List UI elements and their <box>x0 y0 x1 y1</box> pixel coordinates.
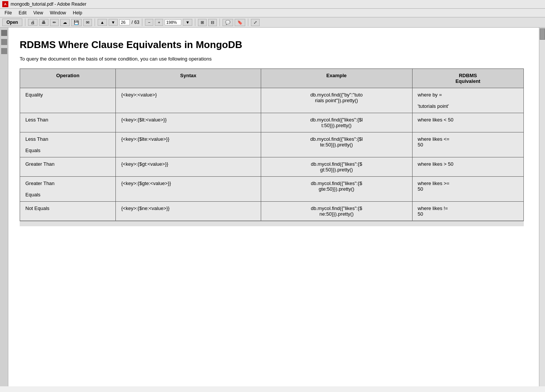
cell-rdbms-0: where by = 'tutorials point' <box>412 88 523 113</box>
sidebar-bookmarks-icon[interactable] <box>1 39 7 45</box>
menu-view[interactable]: View <box>30 9 46 16</box>
page-title: RDBMS Where Clause Equivalents in MongoD… <box>20 39 524 51</box>
fit-width-button[interactable]: ⊟ <box>208 19 217 26</box>
expand-button[interactable]: ⤢ <box>251 19 260 26</box>
cell-example-2: db.mycol.find({"likes":{$l te:50}}).pret… <box>261 132 412 157</box>
sidebar-attachments-icon[interactable] <box>1 48 7 54</box>
cell-operation-2: Less Than Equals <box>20 132 116 157</box>
menu-bar: File Edit View Window Help <box>0 9 545 17</box>
header-example: Example <box>261 69 412 88</box>
cell-operation-1: Less Than <box>20 113 116 132</box>
toolbar-sep-2 <box>95 19 95 26</box>
cell-operation-4: Greater Than Equals <box>20 177 116 202</box>
save-button[interactable]: 💾 <box>71 19 82 26</box>
toolbar-sep-4 <box>195 19 195 26</box>
page-total: 63 <box>134 20 139 25</box>
zoom-out-button[interactable]: − <box>145 19 153 26</box>
cell-example-3: db.mycol.find({"likes":{$ gt:50}}).prett… <box>261 157 412 177</box>
bottom-scrollbar[interactable] <box>20 221 524 226</box>
zoom-dropdown-button[interactable]: ▼ <box>183 19 192 26</box>
cell-operation-3: Greater Than <box>20 157 116 177</box>
zoom-input[interactable] <box>165 19 181 25</box>
title-bar: A mongodb_tutorial.pdf - Adobe Reader <box>0 0 545 9</box>
print-button[interactable]: 🖶 <box>39 19 48 26</box>
header-syntax: Syntax <box>116 69 261 88</box>
stamp-button[interactable]: 🔖 <box>235 19 245 26</box>
cell-rdbms-2: where likes <= 50 <box>412 132 523 157</box>
cell-example-1: db.mycol.find({"likes":{$l t:50}}).prett… <box>261 113 412 132</box>
pdf-content: RDBMS Where Clause Equivalents in MongoD… <box>8 28 539 386</box>
comment-button[interactable]: 💬 <box>223 19 233 26</box>
cell-rdbms-3: where likes > 50 <box>412 157 523 177</box>
page-number-input[interactable] <box>119 19 130 25</box>
edit-button[interactable]: ✏ <box>50 19 59 26</box>
table-header-row: Operation Syntax Example RDBMSEquivalent <box>20 69 524 88</box>
scrollbar-thumb[interactable] <box>540 28 545 40</box>
header-rdbms: RDBMSEquivalent <box>412 69 523 88</box>
cell-syntax-3: {<key>:{$gt:<value>}} <box>116 157 261 177</box>
fit-page-button[interactable]: ⊞ <box>198 19 207 26</box>
toolbar-sep-1 <box>25 19 25 26</box>
sidebar-pages-icon[interactable] <box>1 30 7 36</box>
right-scrollbar[interactable] <box>539 28 545 386</box>
cell-syntax-1: {<key>:{$lt:<value>}} <box>116 113 261 132</box>
cell-syntax-0: {<key>:<value>} <box>116 88 261 113</box>
app-icon: A <box>2 1 8 7</box>
sidebar <box>0 28 8 386</box>
cell-rdbms-5: where likes != 50 <box>412 202 523 221</box>
next-page-button[interactable]: ▼ <box>109 19 118 26</box>
cell-syntax-5: {<key>:{$ne:<value>}} <box>116 202 261 221</box>
toolbar-sep-5 <box>220 19 220 26</box>
zoom-in-button[interactable]: + <box>155 19 163 26</box>
table-row: Less Than{<key>:{$lt:<value>}}db.mycol.f… <box>20 113 524 132</box>
menu-edit[interactable]: Edit <box>16 9 30 16</box>
page-subtitle: To query the document on the basis of so… <box>20 56 524 62</box>
cell-example-5: db.mycol.find({"likes":{$ ne:50}}).prett… <box>261 202 412 221</box>
window-title: mongodb_tutorial.pdf - Adobe Reader <box>11 2 86 7</box>
header-operation: Operation <box>20 69 116 88</box>
toolbar-sep-3 <box>142 19 142 26</box>
toolbar-sep-6 <box>248 19 248 26</box>
page-separator: / <box>131 20 132 25</box>
main-table: Operation Syntax Example RDBMSEquivalent… <box>20 68 524 221</box>
table-row: Greater Than Equals{<key>:{$gte:<value>}… <box>20 177 524 202</box>
cell-operation-0: Equality <box>20 88 116 113</box>
cell-example-0: db.mycol.find({"by":"tuto rials point"})… <box>261 88 412 113</box>
table-row: Not Equals{<key>:{$ne:<value>}}db.mycol.… <box>20 202 524 221</box>
table-row: Greater Than{<key>:{$gt:<value>}}db.myco… <box>20 157 524 177</box>
cell-operation-5: Not Equals <box>20 202 116 221</box>
print-setup-button[interactable]: 🖨 <box>28 19 37 26</box>
cell-syntax-2: {<key>:{$lte:<value>}} <box>116 132 261 157</box>
table-row: Less Than Equals{<key>:{$lte:<value>}}db… <box>20 132 524 157</box>
cell-example-4: db.mycol.find({"likes":{$ gte:50}}).pret… <box>261 177 412 202</box>
table-row: Equality{<key>:<value>}db.mycol.find({"b… <box>20 88 524 113</box>
cell-syntax-4: {<key>:{$gte:<value>}} <box>116 177 261 202</box>
toolbar: Open 🖨 🖶 ✏ ☁ 💾 ✉ ▲ ▼ / 63 − + ▼ ⊞ ⊟ 💬 🔖 … <box>0 17 545 28</box>
menu-file[interactable]: File <box>2 9 15 16</box>
menu-help[interactable]: Help <box>70 9 86 16</box>
app-container: RDBMS Where Clause Equivalents in MongoD… <box>0 28 545 386</box>
cell-rdbms-1: where likes < 50 <box>412 113 523 132</box>
open-button[interactable]: Open <box>2 19 22 26</box>
email-button[interactable]: ✉ <box>83 19 92 26</box>
menu-window[interactable]: Window <box>47 9 69 16</box>
cloud-button[interactable]: ☁ <box>60 19 70 26</box>
prev-page-button[interactable]: ▲ <box>98 19 107 26</box>
cell-rdbms-4: where likes >= 50 <box>412 177 523 202</box>
